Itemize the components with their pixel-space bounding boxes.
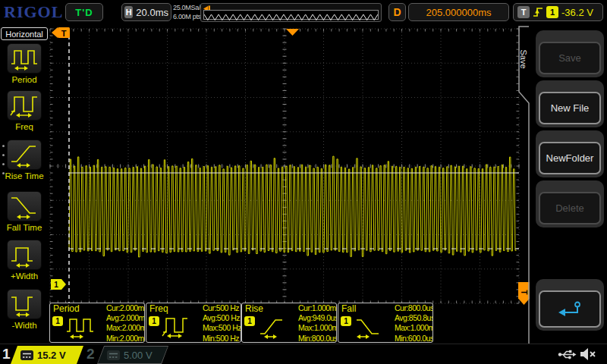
period-icon <box>9 44 39 73</box>
plus-width-icon <box>9 240 39 269</box>
meas-row: Max:1.000ms <box>298 323 337 333</box>
fall-time-icon <box>9 192 39 221</box>
measurement-fall: Fall 1 Cur:800.0us Avg:850.8us Max:1.000… <box>338 303 433 343</box>
meas-row: Min:600.0us <box>395 334 433 343</box>
horizontal-timebase-badge[interactable]: H 20.0ms <box>121 3 171 21</box>
delay-offset-value: 205.000000ms <box>426 7 491 18</box>
rise-time-icon <box>256 314 294 341</box>
memory-preview-window <box>200 3 382 22</box>
minus-width-icon <box>9 290 39 318</box>
back-arrow-icon <box>556 301 583 318</box>
menu-item-fall-time-label: Fall Time <box>0 223 49 232</box>
channel-badge: 1 <box>149 316 159 326</box>
measurement-freq: Freq 1 Cur:500 Hz Avg:500 Hz Max:500 Hz … <box>146 303 241 343</box>
delete-button[interactable]: Delete <box>536 180 604 228</box>
status-bar: RIGOL T'D H 20.0ms 25.0MSa/s 6.00M pts D… <box>0 0 607 25</box>
measurement-title: Freq <box>149 303 168 314</box>
meas-row: Min:500 Hz <box>203 334 241 343</box>
dc-coupling-icon <box>20 350 33 360</box>
t-chip: T <box>517 6 530 18</box>
new-file-button-label: New File <box>551 102 590 114</box>
rigol-logo: RIGOL <box>4 2 63 22</box>
preview-waveform <box>203 10 379 20</box>
channel1-trace <box>69 156 517 257</box>
measurement-title: Period <box>53 303 80 314</box>
menu-item-rise-time-button[interactable] <box>7 140 42 170</box>
channel1-scale: 15.2 V <box>37 350 66 361</box>
menu-item-period-button[interactable] <box>7 43 42 74</box>
measurement-period: Period 1 Cur:2.000ms Avg:2.000ms Max:2.0… <box>49 303 145 343</box>
menu-item-rise-time-label: Rise Time <box>0 171 49 180</box>
sample-rate-readout: 25.0MSa/s 6.00M pts <box>173 3 203 21</box>
channel1-number: 1 <box>2 346 11 362</box>
channel-badge: 1 <box>52 316 63 326</box>
trigger-info-badge[interactable]: T 1 -36.2 V <box>513 3 603 21</box>
rise-time-icon <box>9 140 39 169</box>
d-label: D <box>393 6 401 18</box>
svg-text:T: T <box>61 29 67 38</box>
period-icon <box>64 314 102 341</box>
channel2-tab[interactable]: 5.00 V <box>97 346 168 364</box>
channel-badge: 1 <box>244 316 255 326</box>
right-menu-tab-text: Save <box>519 49 528 68</box>
channel2-number: 2 <box>86 346 95 362</box>
trigger-level-value: -36.2 V <box>561 7 593 18</box>
trigger-source-chip: 1 <box>546 6 558 18</box>
save-button-label: Save <box>558 52 581 64</box>
trigger-position-marker[interactable]: T <box>52 27 70 38</box>
channel-status-bar: 1 15.2 V 2 5.00 V <box>0 344 607 364</box>
channel1-tab[interactable]: 15.2 V <box>11 346 83 364</box>
back-button[interactable] <box>536 279 604 331</box>
new-folder-button[interactable]: NewFolder <box>536 130 604 177</box>
measurement-title: Fall <box>341 303 356 314</box>
page-dot <box>2 154 5 156</box>
channel1-level-marker[interactable]: 1 <box>51 279 66 290</box>
trigger-time-indicator[interactable] <box>286 29 299 36</box>
freq-icon <box>9 91 39 120</box>
new-folder-button-label: NewFolder <box>546 152 594 164</box>
waveform-display[interactable]: T 1 <box>49 25 520 344</box>
meas-row: Cur:1.000ms <box>298 303 337 313</box>
timebase-value: 20.0ms <box>136 7 168 18</box>
trigger-slope-icon <box>533 6 543 18</box>
save-button[interactable]: Save <box>536 30 604 77</box>
meas-row: Cur:800.0us <box>395 303 433 313</box>
svg-text:1: 1 <box>54 281 58 289</box>
meas-row: Max:1.000ms <box>395 323 433 333</box>
meas-row: Min:2.000ms <box>106 334 145 343</box>
page-dot <box>2 172 5 174</box>
page-dot <box>2 145 5 147</box>
menu-item-freq-button[interactable] <box>7 90 42 121</box>
fall-time-icon <box>352 314 390 341</box>
meas-row: Max:500 Hz <box>203 323 241 333</box>
menu-item-plus-width-label: +Width <box>0 271 49 281</box>
menu-item-minus-width-label: -Width <box>0 321 49 330</box>
meas-row: Avg:2.000ms <box>106 313 145 323</box>
meas-row: Avg:850.8us <box>395 313 433 323</box>
h-chip: H <box>124 6 133 18</box>
freq-icon <box>160 314 198 341</box>
dc-coupling-icon <box>107 350 120 360</box>
menu-item-minus-width-button[interactable] <box>7 289 42 319</box>
measurement-title: Rise <box>245 303 263 314</box>
usb-icon <box>558 347 577 362</box>
menu-item-fall-time-button[interactable] <box>7 191 42 221</box>
menu-item-freq-label: Freq <box>0 122 49 131</box>
measurement-rise: Rise 1 Cur:1.000ms Avg:949.0us Max:1.000… <box>241 303 337 343</box>
meas-row: Avg:500 Hz <box>203 313 241 323</box>
channel2-scale: 5.00 V <box>124 350 153 361</box>
delay-label-badge: D <box>388 3 406 21</box>
channel-badge: 1 <box>341 316 351 326</box>
meas-row: Cur:2.000ms <box>106 303 145 313</box>
page-dot <box>2 163 5 165</box>
trigger-status-text: T'D <box>75 7 93 18</box>
trigger-status-badge[interactable]: T'D <box>65 3 103 21</box>
meas-row: Avg:949.0us <box>298 313 337 323</box>
menu-item-plus-width-button[interactable] <box>7 240 42 270</box>
delay-offset-badge[interactable]: 205.000000ms <box>408 3 509 21</box>
meas-row: Max:2.000ms <box>106 323 145 333</box>
new-file-button[interactable]: New File <box>536 80 604 127</box>
oscilloscope-screen: RIGOL T'D H 20.0ms 25.0MSa/s 6.00M pts D… <box>0 0 607 364</box>
memory-depth: 6.00M pts <box>173 12 203 21</box>
sample-rate: 25.0MSa/s <box>173 3 203 12</box>
